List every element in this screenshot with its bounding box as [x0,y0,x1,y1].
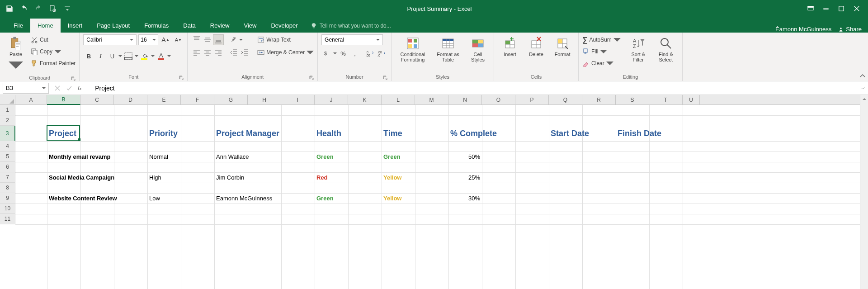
undo-icon[interactable] [20,5,28,13]
alignment-dialog-launcher[interactable] [309,76,314,80]
conditional-formatting-button[interactable]: Conditional Formatting [395,34,430,64]
formula-input[interactable]: Project [91,85,857,92]
column-header[interactable]: I [281,95,315,104]
font-name-select[interactable]: Calibri [83,34,137,45]
cell[interactable]: % Complete [448,126,515,141]
format-cells-button[interactable]: Format [550,34,575,59]
cell-styles-button[interactable]: Cell Styles [466,34,490,64]
underline-button[interactable]: U [107,51,118,62]
cell[interactable]: Project Manager [214,126,314,141]
tab-review[interactable]: Review [203,19,237,33]
orientation-dropdown[interactable] [239,38,243,42]
align-right-button[interactable] [213,47,224,58]
tab-developer[interactable]: Developer [264,19,305,33]
column-header[interactable]: L [382,95,415,104]
cell[interactable]: Green [382,152,448,162]
cell[interactable]: Social Media Campaign [47,172,146,183]
column-header[interactable]: P [515,95,549,104]
decrease-decimal-button[interactable]: .00.0 [377,48,387,59]
font-dialog-launcher[interactable] [179,76,184,80]
cell[interactable]: Eamonn McGuinness [214,193,314,204]
decrease-indent-button[interactable] [228,47,239,58]
insert-function-button[interactable]: fx [78,85,81,91]
column-header[interactable]: U [683,95,700,104]
enter-formula-icon[interactable] [66,85,72,91]
touch-mode-icon[interactable] [49,5,57,13]
comma-button[interactable]: , [349,48,360,59]
select-all-button[interactable] [0,95,15,104]
row-header[interactable]: 4 [0,141,15,152]
column-header[interactable]: A [15,95,47,104]
tab-home[interactable]: Home [30,19,61,33]
column-header[interactable]: R [582,95,616,104]
paste-button[interactable]: Paste [4,34,28,74]
cell[interactable]: Green [315,152,382,162]
cell[interactable]: Low [147,193,214,204]
column-header[interactable]: F [181,95,214,104]
column-header[interactable]: C [80,95,114,104]
autosum-button[interactable]: ∑AutoSum [582,34,621,45]
close-icon[interactable] [854,5,860,12]
column-header[interactable]: N [448,95,482,104]
share-button[interactable]: Share [838,26,862,33]
percent-button[interactable]: % [338,48,349,59]
accounting-format-button[interactable]: $ [321,48,332,59]
increase-font-button[interactable]: A▲ [160,34,171,45]
align-bottom-button[interactable] [213,34,224,45]
tell-me-search[interactable]: Tell me what you want to do... [305,19,396,33]
align-middle-button[interactable] [202,34,213,45]
fill-button[interactable]: Fill [582,46,621,57]
tab-data[interactable]: Data [176,19,203,33]
align-left-button[interactable] [191,47,202,58]
underline-dropdown[interactable] [118,54,122,58]
column-header[interactable]: J [315,95,348,104]
cell[interactable]: Finish Date [616,126,683,141]
cell[interactable]: Health [315,126,382,141]
tab-file[interactable]: File [6,19,30,33]
row-header[interactable]: 8 [0,183,15,193]
font-size-select[interactable]: 16 [138,34,158,45]
clipboard-dialog-launcher[interactable] [71,76,75,81]
accounting-dropdown[interactable] [333,52,337,55]
format-as-table-button[interactable]: Format as Table [433,34,463,64]
column-header[interactable]: E [147,95,181,104]
column-header[interactable]: Q [549,95,582,104]
row-header[interactable]: 2 [0,115,15,126]
font-color-dropdown[interactable] [167,54,171,58]
fill-color-button[interactable] [139,51,150,62]
tab-insert[interactable]: Insert [61,19,90,33]
sort-filter-button[interactable]: AZSort & Filter [626,34,651,64]
cell[interactable]: Yellow [382,193,448,204]
cell[interactable]: Project [47,126,146,141]
bold-button[interactable]: B [83,51,94,62]
cell[interactable]: 30% [448,193,482,204]
cell[interactable]: Jim Corbin [214,172,314,183]
cell[interactable]: High [147,172,214,183]
column-header[interactable]: B [47,95,80,105]
cell[interactable]: Red [315,172,382,183]
cells-area[interactable]: ProjectPriorityProject ManagerHealthTime… [15,105,860,289]
fill-color-dropdown[interactable] [151,54,155,58]
align-center-button[interactable] [202,47,213,58]
column-header[interactable]: S [616,95,649,104]
clear-button[interactable]: Clear [582,58,621,69]
expand-formula-bar[interactable] [857,85,868,91]
increase-indent-button[interactable] [239,47,250,58]
row-header[interactable]: 1 [0,105,15,115]
column-header[interactable]: T [649,95,683,104]
ribbon-display-options-icon[interactable] [807,5,814,12]
row-header[interactable]: 6 [0,162,15,172]
wrap-text-button[interactable]: Wrap Text [257,34,314,45]
row-header[interactable]: 5 [0,152,15,162]
font-color-button[interactable]: A [156,51,166,62]
number-dialog-launcher[interactable] [383,76,387,80]
column-header[interactable]: D [114,95,147,104]
format-painter-button[interactable]: Format Painter [31,58,75,69]
column-header[interactable]: G [214,95,248,104]
find-select-button[interactable]: Find & Select [653,34,679,64]
column-header[interactable]: K [348,95,382,104]
number-format-select[interactable]: General [321,34,383,45]
cell[interactable]: 50% [448,152,482,162]
save-icon[interactable] [5,5,14,13]
cancel-formula-icon[interactable] [54,85,61,91]
